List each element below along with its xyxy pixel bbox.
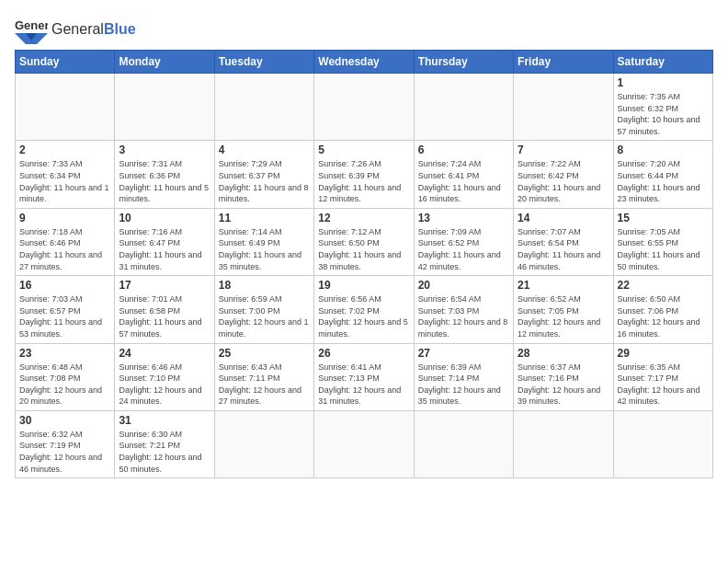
calendar-week-1: 2Sunrise: 7:33 AM Sunset: 6:34 PM Daylig… [16, 141, 713, 208]
calendar-cell: 21Sunrise: 6:52 AM Sunset: 7:05 PM Dayli… [514, 276, 613, 343]
day-info: Sunrise: 6:46 AM Sunset: 7:10 PM Dayligh… [119, 362, 210, 408]
calendar-cell: 30Sunrise: 6:32 AM Sunset: 7:19 PM Dayli… [16, 410, 115, 477]
day-info: Sunrise: 7:24 AM Sunset: 6:41 PM Dayligh… [418, 158, 509, 204]
weekday-header-sunday: Sunday [16, 51, 115, 74]
day-info: Sunrise: 7:12 AM Sunset: 6:50 PM Dayligh… [318, 226, 409, 272]
weekday-header-monday: Monday [115, 51, 214, 74]
header: General GeneralBlue [15, 15, 713, 44]
weekday-header-friday: Friday [514, 51, 613, 74]
calendar-week-2: 9Sunrise: 7:18 AM Sunset: 6:46 PM Daylig… [16, 208, 713, 275]
day-number: 19 [318, 279, 409, 292]
day-number: 20 [418, 279, 509, 292]
calendar-cell: 16Sunrise: 7:03 AM Sunset: 6:57 PM Dayli… [16, 276, 115, 343]
day-number: 6 [418, 144, 509, 156]
day-info: Sunrise: 7:03 AM Sunset: 6:57 PM Dayligh… [19, 293, 110, 339]
day-number: 24 [119, 347, 210, 360]
calendar-cell: 25Sunrise: 6:43 AM Sunset: 7:11 PM Dayli… [214, 343, 313, 410]
day-info: Sunrise: 6:37 AM Sunset: 7:16 PM Dayligh… [518, 362, 609, 408]
calendar-table: SundayMondayTuesdayWednesdayThursdayFrid… [15, 50, 713, 478]
day-number: 26 [318, 347, 409, 360]
day-info: Sunrise: 7:18 AM Sunset: 6:46 PM Dayligh… [19, 226, 110, 272]
day-number: 4 [219, 144, 310, 156]
day-number: 8 [618, 144, 709, 156]
day-info: Sunrise: 7:31 AM Sunset: 6:36 PM Dayligh… [119, 158, 210, 204]
calendar-cell: 7Sunrise: 7:22 AM Sunset: 6:42 PM Daylig… [514, 141, 613, 208]
calendar-week-3: 16Sunrise: 7:03 AM Sunset: 6:57 PM Dayli… [16, 276, 713, 343]
day-info: Sunrise: 7:14 AM Sunset: 6:49 PM Dayligh… [219, 226, 310, 272]
calendar-cell: 24Sunrise: 6:46 AM Sunset: 7:10 PM Dayli… [115, 343, 214, 410]
weekday-header-wednesday: Wednesday [314, 51, 414, 74]
day-info: Sunrise: 6:52 AM Sunset: 7:05 PM Dayligh… [518, 293, 609, 339]
logo: General GeneralBlue [15, 15, 136, 44]
weekday-header-thursday: Thursday [414, 51, 513, 74]
calendar-cell: 19Sunrise: 6:56 AM Sunset: 7:02 PM Dayli… [314, 276, 414, 343]
calendar-cell: 9Sunrise: 7:18 AM Sunset: 6:46 PM Daylig… [16, 208, 115, 275]
calendar-cell [514, 74, 613, 141]
day-info: Sunrise: 7:09 AM Sunset: 6:52 PM Dayligh… [418, 226, 509, 272]
day-info: Sunrise: 7:07 AM Sunset: 6:54 PM Dayligh… [518, 226, 609, 272]
day-number: 17 [119, 279, 210, 292]
calendar-cell: 13Sunrise: 7:09 AM Sunset: 6:52 PM Dayli… [414, 208, 513, 275]
day-number: 30 [19, 414, 110, 427]
svg-text:General: General [15, 18, 48, 32]
calendar-cell: 27Sunrise: 6:39 AM Sunset: 7:14 PM Dayli… [414, 343, 513, 410]
day-number: 27 [418, 347, 509, 360]
day-number: 5 [318, 144, 409, 156]
day-info: Sunrise: 7:20 AM Sunset: 6:44 PM Dayligh… [618, 158, 709, 204]
generalblue-logo-icon: General [15, 15, 48, 44]
calendar-cell: 4Sunrise: 7:29 AM Sunset: 6:37 PM Daylig… [214, 141, 313, 208]
calendar-cell [16, 74, 115, 141]
calendar-cell [414, 410, 513, 477]
day-number: 14 [518, 212, 609, 224]
day-info: Sunrise: 7:05 AM Sunset: 6:55 PM Dayligh… [618, 226, 709, 272]
weekday-header-tuesday: Tuesday [214, 51, 313, 74]
day-number: 21 [518, 279, 609, 292]
day-number: 22 [618, 279, 709, 292]
day-info: Sunrise: 6:41 AM Sunset: 7:13 PM Dayligh… [318, 362, 409, 408]
day-info: Sunrise: 7:26 AM Sunset: 6:39 PM Dayligh… [318, 158, 409, 204]
day-info: Sunrise: 7:29 AM Sunset: 6:37 PM Dayligh… [219, 158, 310, 204]
calendar-cell: 8Sunrise: 7:20 AM Sunset: 6:44 PM Daylig… [613, 141, 712, 208]
day-number: 31 [119, 414, 210, 427]
calendar-week-0: 1Sunrise: 7:35 AM Sunset: 6:32 PM Daylig… [16, 74, 713, 141]
weekday-header-saturday: Saturday [613, 51, 712, 74]
calendar-cell: 31Sunrise: 6:30 AM Sunset: 7:21 PM Dayli… [115, 410, 214, 477]
calendar-cell: 23Sunrise: 6:48 AM Sunset: 7:08 PM Dayli… [16, 343, 115, 410]
day-info: Sunrise: 7:33 AM Sunset: 6:34 PM Dayligh… [19, 158, 110, 204]
calendar-cell: 15Sunrise: 7:05 AM Sunset: 6:55 PM Dayli… [613, 208, 712, 275]
calendar-cell [214, 74, 313, 141]
calendar-cell [414, 74, 513, 141]
calendar-cell: 2Sunrise: 7:33 AM Sunset: 6:34 PM Daylig… [16, 141, 115, 208]
weekday-header-row: SundayMondayTuesdayWednesdayThursdayFrid… [16, 51, 713, 74]
day-info: Sunrise: 6:30 AM Sunset: 7:21 PM Dayligh… [119, 429, 210, 475]
calendar-cell: 17Sunrise: 7:01 AM Sunset: 6:58 PM Dayli… [115, 276, 214, 343]
day-info: Sunrise: 7:22 AM Sunset: 6:42 PM Dayligh… [518, 158, 609, 204]
day-number: 15 [618, 212, 709, 224]
calendar-cell: 26Sunrise: 6:41 AM Sunset: 7:13 PM Dayli… [314, 343, 414, 410]
day-number: 12 [318, 212, 409, 224]
calendar-cell [314, 410, 414, 477]
calendar-cell [514, 410, 613, 477]
calendar-week-4: 23Sunrise: 6:48 AM Sunset: 7:08 PM Dayli… [16, 343, 713, 410]
day-number: 10 [119, 212, 210, 224]
day-info: Sunrise: 7:16 AM Sunset: 6:47 PM Dayligh… [119, 226, 210, 272]
calendar-cell: 20Sunrise: 6:54 AM Sunset: 7:03 PM Dayli… [414, 276, 513, 343]
day-number: 3 [119, 144, 210, 156]
calendar-cell [214, 410, 313, 477]
calendar-cell: 14Sunrise: 7:07 AM Sunset: 6:54 PM Dayli… [514, 208, 613, 275]
calendar-cell: 3Sunrise: 7:31 AM Sunset: 6:36 PM Daylig… [115, 141, 214, 208]
day-info: Sunrise: 6:35 AM Sunset: 7:17 PM Dayligh… [618, 362, 709, 408]
day-info: Sunrise: 7:35 AM Sunset: 6:32 PM Dayligh… [618, 91, 709, 137]
day-info: Sunrise: 6:43 AM Sunset: 7:11 PM Dayligh… [219, 362, 310, 408]
day-info: Sunrise: 6:54 AM Sunset: 7:03 PM Dayligh… [418, 293, 509, 339]
calendar-cell [613, 410, 712, 477]
calendar-cell: 29Sunrise: 6:35 AM Sunset: 7:17 PM Dayli… [613, 343, 712, 410]
day-number: 1 [618, 76, 709, 89]
day-info: Sunrise: 6:39 AM Sunset: 7:14 PM Dayligh… [418, 362, 509, 408]
calendar-cell: 10Sunrise: 7:16 AM Sunset: 6:47 PM Dayli… [115, 208, 214, 275]
logo-text: GeneralBlue [51, 21, 136, 38]
calendar-cell: 11Sunrise: 7:14 AM Sunset: 6:49 PM Dayli… [214, 208, 313, 275]
day-info: Sunrise: 6:32 AM Sunset: 7:19 PM Dayligh… [19, 429, 110, 475]
calendar-cell: 28Sunrise: 6:37 AM Sunset: 7:16 PM Dayli… [514, 343, 613, 410]
calendar-cell [115, 74, 214, 141]
